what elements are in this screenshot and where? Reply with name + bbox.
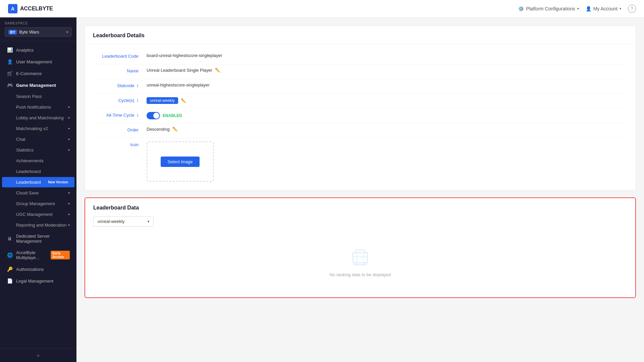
user-mgmt-label: User Management xyxy=(16,59,52,64)
name-edit-icon[interactable]: ✏️ xyxy=(215,68,220,73)
topnav-right: ⚙️ Platform Configurations ▾ 👤 My Accoun… xyxy=(518,5,636,13)
sidebar-item-ecommerce[interactable]: 🛒 E-Commerce xyxy=(2,68,74,79)
sidebar-item-statistics[interactable]: Statistics ▾ xyxy=(2,145,74,155)
chat-label: Chat xyxy=(16,137,25,142)
multiplayer-icon: 🌐 xyxy=(7,252,13,258)
sidebar-item-matchmaking-v2[interactable]: Matchmaking v2 ▾ xyxy=(2,123,74,134)
legal-icon: 📄 xyxy=(7,278,13,284)
help-button[interactable]: ? xyxy=(628,5,636,13)
my-account-button[interactable]: 👤 My Account ▾ xyxy=(586,6,621,11)
empty-state-icon xyxy=(350,247,371,268)
order-text: Descending xyxy=(147,127,170,132)
statcode-label: Statcode ℹ xyxy=(93,82,147,88)
ugc-label: UGC Management xyxy=(16,212,52,217)
sidebar-item-leaderboard-new[interactable]: Leaderboard New Version xyxy=(2,177,74,187)
ecommerce-icon: 🛒 xyxy=(7,71,13,76)
leaderboard-details-title: Leaderboard Details xyxy=(85,26,636,44)
sidebar-item-cloud-save[interactable]: Cloud Save ▾ xyxy=(2,188,74,198)
cycle-badge: unreal-weekly xyxy=(147,97,178,104)
order-value: Descending ✏️ xyxy=(147,127,628,132)
icon-value: Select image xyxy=(147,141,628,182)
ecommerce-label: E-Commerce xyxy=(16,71,42,76)
multiplayer-label: AccelByte Multiplaye... xyxy=(16,250,47,260)
sidebar-item-chat[interactable]: Chat ▾ xyxy=(2,134,74,144)
sidebar-item-push-notifications[interactable]: Push Notifications ▾ xyxy=(2,102,74,112)
group-mgmt-label: Group Management xyxy=(16,201,55,206)
order-label: Order xyxy=(93,127,147,132)
icon-label: Icon xyxy=(93,141,147,147)
all-time-label: All-Time Cycle ℹ xyxy=(93,112,147,118)
leaderboard-details-card: Leaderboard Details Leaderboard Code boa… xyxy=(85,25,636,191)
name-value: Unreal Leaderboard Single Player ✏️ xyxy=(147,68,628,73)
svg-rect-2 xyxy=(357,263,364,265)
name-label: Name xyxy=(93,68,147,73)
namespace-name: Byte Wars xyxy=(19,29,39,35)
dedicated-server-label: Dedicated Server Management xyxy=(16,234,70,244)
sidebar-item-game-management[interactable]: 🎮 Game Management xyxy=(2,79,74,91)
main-content: Leaderboard Details Leaderboard Code boa… xyxy=(76,17,644,362)
platform-config-button[interactable]: ⚙️ Platform Configurations ▾ xyxy=(518,6,579,11)
early-access-badge: Early Access xyxy=(51,251,70,259)
namespace-selector[interactable]: BY Byte Wars ▾ xyxy=(5,27,72,37)
cloud-save-label: Cloud Save xyxy=(16,190,39,195)
leaderboard-data-title: Leaderboard Data xyxy=(93,205,627,211)
sidebar-item-achievements[interactable]: Achievements xyxy=(2,156,74,166)
all-time-info-icon[interactable]: ℹ xyxy=(137,113,139,118)
svg-rect-3 xyxy=(354,263,357,265)
select-image-button[interactable]: Select image xyxy=(161,157,199,167)
cycle-dropdown-chevron: ▾ xyxy=(148,220,149,223)
user-icon: 👤 xyxy=(586,6,591,11)
all-time-toggle[interactable] xyxy=(147,112,160,119)
cycle-dropdown-value: unreal-weekly xyxy=(98,219,124,224)
chevron-down-icon: ▾ xyxy=(577,7,579,10)
icon-row: Icon Select image xyxy=(93,138,628,185)
cycles-value: unreal-weekly ✏️ xyxy=(147,97,628,104)
sidebar-item-group-management[interactable]: Group Management ▾ xyxy=(2,198,74,209)
statcode-value: unreal-highestscore-singleplayer xyxy=(147,82,628,87)
statcode-info-icon[interactable]: ℹ xyxy=(137,83,139,88)
cycles-label: Cycle(s) ℹ xyxy=(93,97,147,103)
namespace-chevron: ▾ xyxy=(66,30,68,34)
sidebar-item-ugc-management[interactable]: UGC Management ▾ xyxy=(2,209,74,220)
name-text: Unreal Leaderboard Single Player xyxy=(147,68,212,73)
sidebar-item-season-pass[interactable]: Season Pass xyxy=(2,91,74,102)
leaderboard-code-label: Leaderboard Code xyxy=(93,53,147,59)
reporting-label: Reporting and Moderation xyxy=(16,223,66,228)
sidebar-collapse-button[interactable]: « xyxy=(0,348,76,362)
order-edit-icon[interactable]: ✏️ xyxy=(172,127,178,132)
auth-label: Authorizations xyxy=(16,267,44,272)
dedicated-server-icon: 🖥 xyxy=(7,236,13,241)
all-time-row: All-Time Cycle ℹ ENABLED xyxy=(93,109,628,123)
namespace-section: NAMESPACE BY Byte Wars ▾ xyxy=(0,17,76,41)
lobby-chevron: ▾ xyxy=(68,116,70,120)
svg-rect-4 xyxy=(364,263,366,265)
sidebar-item-authorizations[interactable]: 🔑 Authorizations xyxy=(2,263,74,275)
analytics-icon: 📊 xyxy=(7,47,13,53)
sidebar-item-accelbyte-multiplayer[interactable]: 🌐 AccelByte Multiplaye... Early Access xyxy=(2,247,74,263)
detail-table: Leaderboard Code board-unreal-highestsco… xyxy=(85,44,636,190)
cycles-edit-icon[interactable]: ✏️ xyxy=(181,98,186,103)
logo[interactable]: A ACCELBYTE xyxy=(8,4,53,13)
statistics-label: Statistics xyxy=(16,147,34,153)
sidebar-item-dedicated-server[interactable]: 🖥 Dedicated Server Management xyxy=(2,231,74,247)
leaderboard-label: Leaderboard xyxy=(16,169,41,174)
leaderboard-code-value: board-unreal-highestscore-singleplayer xyxy=(147,53,628,58)
sidebar-item-lobby-matchmaking[interactable]: Lobby and Matchmaking ▾ xyxy=(2,113,74,123)
sidebar-item-analytics[interactable]: 📊 Analytics xyxy=(2,44,74,56)
collapse-icon: « xyxy=(37,353,40,358)
sidebar-item-user-management[interactable]: 👤 User Management xyxy=(2,56,74,67)
cycle-dropdown[interactable]: unreal-weekly ▾ xyxy=(93,216,154,227)
enabled-text: ENABLED xyxy=(163,113,182,118)
sidebar-item-reporting-moderation[interactable]: Reporting and Moderation ▾ xyxy=(2,220,74,230)
icon-upload-area[interactable]: Select image xyxy=(147,141,214,182)
season-pass-label: Season Pass xyxy=(16,94,42,99)
push-notif-label: Push Notifications xyxy=(16,105,51,110)
statistics-chevron: ▾ xyxy=(68,148,70,152)
sidebar: NAMESPACE BY Byte Wars ▾ 📊 Analytics 👤 U… xyxy=(0,17,76,362)
cycles-info-icon[interactable]: ℹ xyxy=(137,98,139,103)
chevron-down-icon-2: ▾ xyxy=(620,7,621,10)
sidebar-item-legal-management[interactable]: 📄 Legal Management xyxy=(2,275,74,287)
svg-rect-1 xyxy=(356,250,365,253)
sidebar-item-leaderboard[interactable]: Leaderboard xyxy=(2,166,74,177)
sidebar-nav: 📊 Analytics 👤 User Management 🛒 E-Commer… xyxy=(0,41,76,348)
